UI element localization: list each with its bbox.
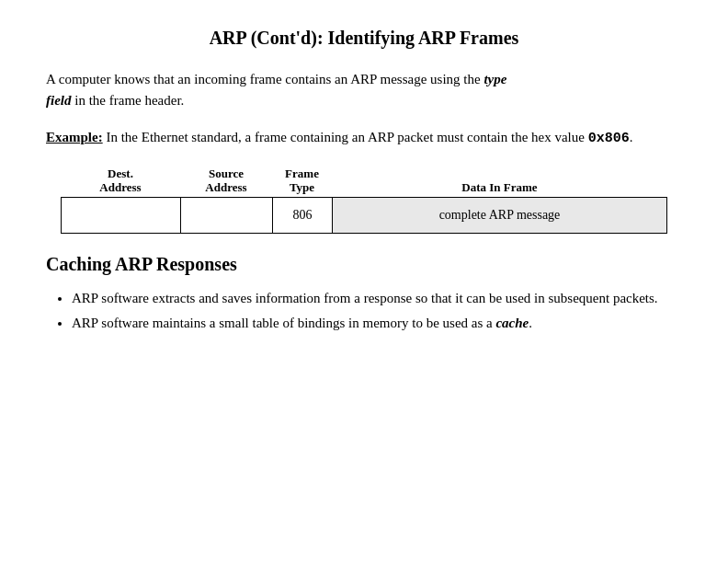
caching-title: Caching ARP Responses xyxy=(46,254,682,275)
header-source: SourceAddress xyxy=(180,167,272,195)
header-frame-type: FrameType xyxy=(272,167,332,195)
page: ARP (Cont'd): Identifying ARP Frames A c… xyxy=(0,0,728,563)
intro-type-word: type xyxy=(483,72,506,86)
frame-diagram: Dest.Address SourceAddress FrameType Dat… xyxy=(61,167,667,234)
bullet-1-text: ARP software extracts and saves informat… xyxy=(72,291,658,305)
example-text: In the Ethernet standard, a frame contai… xyxy=(103,130,588,144)
header-data: Data In Frame xyxy=(332,167,667,195)
bullet-2-cache-word: cache xyxy=(495,316,529,330)
example-paragraph: Example: In the Ethernet standard, a fra… xyxy=(46,127,682,150)
bullet-list: ARP software extracts and saves informat… xyxy=(46,288,682,335)
cell-dest-address xyxy=(62,198,181,233)
header-dest: Dest.Address xyxy=(61,167,180,195)
bullet-2-suffix: . xyxy=(529,316,532,330)
example-label: Example: xyxy=(46,130,103,144)
bullet-2-prefix: ARP software maintains a small table of … xyxy=(72,316,495,330)
cell-source-address xyxy=(181,198,273,233)
intro-field-word: field xyxy=(46,93,72,108)
example-text2: . xyxy=(630,130,633,144)
frame-column-headers: Dest.Address SourceAddress FrameType Dat… xyxy=(61,167,667,195)
page-title: ARP (Cont'd): Identifying ARP Frames xyxy=(46,28,682,49)
intro-paragraph: A computer knows that an incoming frame … xyxy=(46,69,682,110)
example-code: 0x806 xyxy=(588,131,630,146)
cell-data-value: complete ARP message xyxy=(333,198,666,233)
intro-field-suffix: in the frame header. xyxy=(72,93,185,108)
frame-cells-row: 806 complete ARP message xyxy=(61,197,667,234)
cell-frame-type-value: 806 xyxy=(273,198,333,233)
list-item: ARP software extracts and saves informat… xyxy=(72,288,682,309)
intro-text-prefix: A computer knows that an incoming frame … xyxy=(46,72,483,86)
list-item: ARP software maintains a small table of … xyxy=(72,313,682,334)
